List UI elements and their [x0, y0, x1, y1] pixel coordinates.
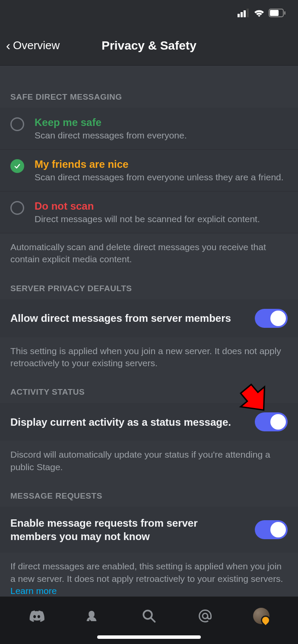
- svg-rect-6: [284, 11, 285, 15]
- radio-sub: Scan direct messages from everyone.: [35, 130, 187, 141]
- tab-bar: [0, 597, 298, 644]
- header: ‹ Overview Privacy & Safety: [0, 26, 298, 66]
- status-bar: [0, 0, 298, 26]
- tab-discord[interactable]: [28, 607, 45, 625]
- toggle-switch[interactable]: [255, 309, 288, 328]
- radio-title: My friends are nice: [35, 158, 284, 170]
- back-label: Overview: [13, 39, 60, 52]
- section-header-sdm: SAFE DIRECT MESSAGING: [0, 86, 298, 108]
- search-icon: [141, 608, 157, 624]
- wifi-icon: [253, 8, 265, 18]
- radio-icon: [10, 117, 24, 131]
- learn-more-link[interactable]: Learn more: [10, 586, 57, 596]
- activity-description: Discord will automatically update your s…: [0, 441, 298, 485]
- svg-line-8: [151, 618, 155, 622]
- section-header-activity: ACTIVITY STATUS: [0, 381, 298, 403]
- msgreq-description: If direct messages are enabled, this set…: [0, 553, 298, 597]
- toggle-label: Allow direct messages from server member…: [10, 311, 246, 325]
- toggle-switch[interactable]: [255, 520, 288, 539]
- tab-search[interactable]: [140, 607, 158, 625]
- check-icon: [13, 162, 21, 170]
- radio-title: Do not scan: [35, 200, 260, 212]
- spd-description: This setting is applied when you join a …: [0, 337, 298, 382]
- avatar: [253, 608, 269, 624]
- radio-do-not-scan[interactable]: Do not scan Direct messages will not be …: [0, 192, 298, 233]
- radio-icon: [10, 201, 24, 215]
- toggle-allow-dms[interactable]: Allow direct messages from server member…: [0, 299, 298, 337]
- battery-icon: [269, 9, 286, 17]
- content[interactable]: SAFE DIRECT MESSAGING Keep me safe Scan …: [0, 66, 298, 597]
- sdm-description: Automatically scan and delete direct mes…: [0, 233, 298, 278]
- chevron-left-icon: ‹: [6, 39, 10, 52]
- svg-rect-5: [270, 10, 279, 16]
- radio-keep-me-safe[interactable]: Keep me safe Scan direct messages from e…: [0, 108, 298, 150]
- toggle-label: Enable message requests from server memb…: [10, 516, 246, 543]
- section-header-msgreq: MESSAGE REQUESTS: [0, 485, 298, 507]
- radio-sub: Direct messages will not be scanned for …: [35, 214, 260, 224]
- at-icon: [197, 608, 213, 624]
- discord-icon: [29, 608, 44, 624]
- back-button[interactable]: ‹ Overview: [0, 39, 60, 52]
- toggle-activity-status[interactable]: Display current activity as a status mes…: [0, 403, 298, 441]
- svg-rect-3: [247, 9, 249, 17]
- status-icons: [238, 8, 286, 18]
- svg-rect-1: [241, 12, 243, 17]
- radio-title: Keep me safe: [35, 116, 187, 129]
- tab-profile[interactable]: [253, 607, 270, 625]
- tab-friends[interactable]: [84, 607, 101, 625]
- radio-sub: Scan direct messages from everyone unles…: [35, 172, 284, 182]
- cellular-icon: [238, 9, 250, 17]
- toggle-switch[interactable]: [255, 412, 288, 431]
- tab-mentions[interactable]: [197, 607, 214, 625]
- home-indicator[interactable]: [97, 635, 201, 639]
- svg-rect-0: [238, 14, 240, 17]
- friends-icon: [85, 608, 101, 624]
- toggle-message-requests[interactable]: Enable message requests from server memb…: [0, 507, 298, 553]
- radio-icon-checked: [10, 159, 24, 173]
- screen: ‹ Overview Privacy & Safety SAFE DIRECT …: [0, 0, 298, 644]
- radio-my-friends-are-nice[interactable]: My friends are nice Scan direct messages…: [0, 150, 298, 192]
- toggle-label: Display current activity as a status mes…: [10, 415, 246, 429]
- section-header-spd: SERVER PRIVACY DEFAULTS: [0, 278, 298, 299]
- svg-rect-2: [244, 10, 246, 17]
